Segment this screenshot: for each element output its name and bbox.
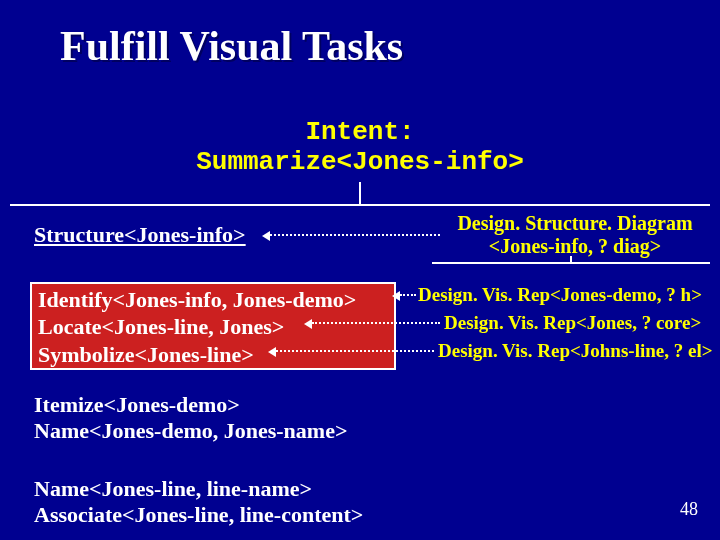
divider-main (10, 204, 710, 206)
group3: Name<Jones-line, line-name> Associate<Jo… (34, 476, 363, 528)
arrow-structure-to-diagram (270, 234, 440, 236)
group3-l1: Name<Jones-line, line-name> (34, 476, 363, 502)
design-diagram-l1: Design. Structure. Diagram (440, 212, 710, 235)
arrow-r2 (312, 322, 440, 324)
arrow-r3 (276, 350, 434, 352)
redbox-l1: Identify<Jones-info, Jones-demo> (38, 286, 388, 313)
structure-text: Structure<Jones-info> (34, 222, 246, 247)
group2-l1: Itemize<Jones-demo> (34, 392, 347, 418)
redbox-l3: Symbolize<Jones-line> (38, 341, 388, 368)
design-right-1: Design. Vis. Rep<Jones-demo, ? h> (418, 284, 702, 306)
divider-right-short (432, 262, 710, 264)
page-number: 48 (680, 499, 698, 520)
design-diagram-l2: <Jones-info, ? diag> (440, 235, 710, 258)
slide-title: Fulfill Visual Tasks (60, 22, 403, 70)
design-diagram-block: Design. Structure. Diagram <Jones-info, … (440, 212, 710, 258)
slide-root: Fulfill Visual Tasks Intent: Summarize<J… (0, 0, 720, 540)
group3-l2: Associate<Jones-line, line-content> (34, 502, 363, 528)
redbox-l2: Locate<Jones-line, Jones> (38, 313, 388, 340)
structure-label: Structure<Jones-info> (34, 222, 246, 248)
intent-line2: Summarize<Jones-info> (0, 148, 720, 178)
design-right-2: Design. Vis. Rep<Jones, ? core> (444, 312, 701, 334)
design-right-3: Design. Vis. Rep<Johns-line, ? el> (438, 340, 713, 362)
redbox-group: Identify<Jones-info, Jones-demo> Locate<… (30, 282, 396, 370)
intent-line1: Intent: (0, 118, 720, 148)
group2-l2: Name<Jones-demo, Jones-name> (34, 418, 347, 444)
arrow-r1 (400, 294, 416, 296)
group2: Itemize<Jones-demo> Name<Jones-demo, Jon… (34, 392, 347, 444)
stem-diagram (570, 256, 572, 262)
stem-from-intent (359, 182, 361, 204)
intent-block: Intent: Summarize<Jones-info> (0, 118, 720, 178)
